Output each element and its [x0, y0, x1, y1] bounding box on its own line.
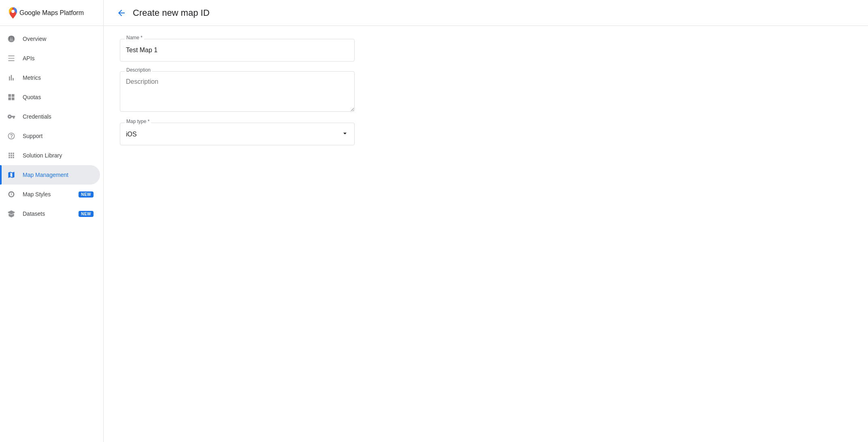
page-title: Create new map ID	[133, 8, 210, 18]
overview-icon	[6, 34, 16, 44]
sidebar-item-credentials-label: Credentials	[23, 113, 94, 120]
quotas-icon	[6, 92, 16, 102]
map-styles-new-badge: NEW	[79, 191, 94, 198]
map-styles-icon	[6, 189, 16, 199]
sidebar-item-metrics-label: Metrics	[23, 74, 94, 81]
page-header: Create new map ID	[104, 0, 868, 26]
sidebar-item-apis-label: APIs	[23, 55, 94, 62]
sidebar-item-support[interactable]: Support	[0, 126, 100, 146]
datasets-new-badge: NEW	[79, 211, 94, 217]
sidebar-title: Google Maps Platform	[19, 9, 84, 17]
back-arrow-icon	[117, 8, 126, 18]
metrics-icon	[6, 73, 16, 83]
sidebar-item-apis[interactable]: APIs	[0, 49, 100, 68]
svg-rect-1	[9, 36, 10, 38]
sidebar-item-credentials[interactable]: Credentials	[0, 107, 100, 126]
sidebar-item-solution-library-label: Solution Library	[23, 152, 94, 159]
main-content: Create new map ID Name * Description Map…	[104, 0, 868, 442]
svg-rect-4	[9, 38, 10, 39]
svg-point-0	[11, 10, 15, 13]
description-field-label: Description	[125, 67, 152, 73]
name-input[interactable]	[120, 39, 355, 62]
sidebar-item-overview-label: Overview	[23, 36, 94, 42]
support-icon	[6, 131, 16, 141]
map-type-field-group: Map type * JavaScript Android iOS	[120, 123, 852, 145]
sidebar-item-datasets[interactable]: Datasets NEW	[0, 204, 100, 223]
sidebar-item-overview[interactable]: Overview	[0, 29, 100, 49]
svg-rect-5	[11, 38, 12, 39]
sidebar-item-map-management-label: Map Management	[23, 172, 94, 178]
map-type-select-wrapper: JavaScript Android iOS	[120, 123, 355, 145]
svg-rect-6	[13, 38, 14, 39]
description-input[interactable]	[120, 71, 355, 112]
sidebar-item-map-styles-label: Map Styles	[23, 191, 75, 198]
google-maps-logo-icon	[6, 6, 19, 19]
sidebar-item-map-styles[interactable]: Map Styles NEW	[0, 185, 100, 204]
name-field-label: Name *	[125, 35, 144, 40]
map-type-select[interactable]: JavaScript Android iOS	[120, 123, 355, 145]
sidebar-item-quotas[interactable]: Quotas	[0, 87, 100, 107]
sidebar-nav: Overview APIs Metrics	[0, 26, 103, 442]
sidebar-item-solution-library[interactable]: Solution Library	[0, 146, 100, 165]
form-area: Name * Description Map type * JavaScript…	[104, 26, 868, 442]
credentials-icon	[6, 112, 16, 121]
svg-rect-3	[13, 36, 14, 38]
apis-icon	[6, 53, 16, 63]
map-type-field-label: Map type *	[125, 119, 151, 124]
svg-rect-2	[11, 36, 12, 38]
sidebar-header: Google Maps Platform	[0, 0, 103, 26]
datasets-icon	[6, 209, 16, 219]
sidebar-item-metrics[interactable]: Metrics	[0, 68, 100, 87]
solution-library-icon	[6, 151, 16, 160]
description-field-group: Description	[120, 71, 852, 113]
map-management-icon	[6, 170, 16, 180]
sidebar-item-support-label: Support	[23, 133, 94, 139]
sidebar-item-map-management[interactable]: Map Management	[0, 165, 100, 185]
back-button[interactable]	[113, 5, 130, 21]
sidebar-item-datasets-label: Datasets	[23, 210, 75, 217]
sidebar-item-quotas-label: Quotas	[23, 94, 94, 100]
name-field-group: Name *	[120, 39, 852, 62]
sidebar: Google Maps Platform Overview	[0, 0, 104, 442]
